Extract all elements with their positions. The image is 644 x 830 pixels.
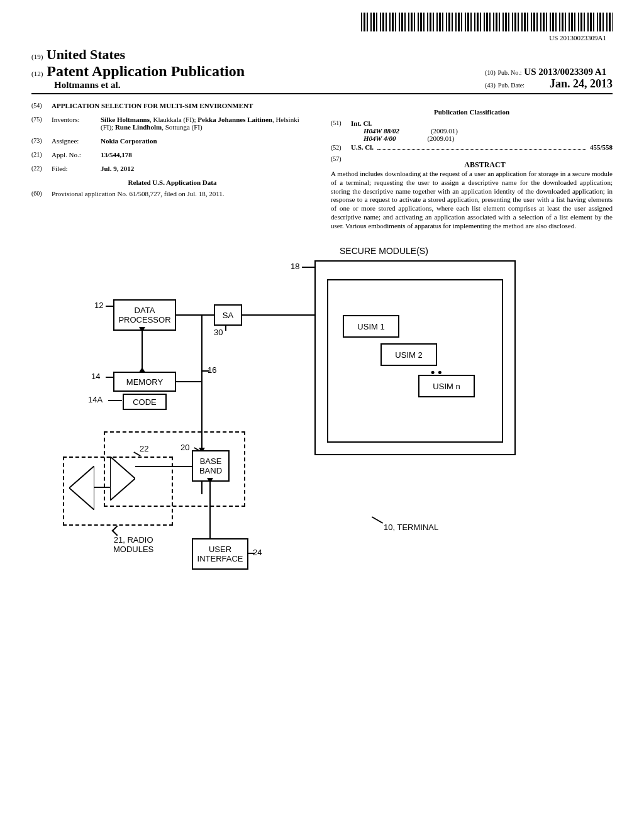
- ref-12: 12: [94, 301, 103, 310]
- assignee-value: Nokia Corporation: [101, 137, 313, 145]
- usim-1-box: USIM 1: [343, 315, 399, 338]
- memory-box: MEMORY: [113, 372, 176, 392]
- line-baseband-ui: [209, 482, 211, 538]
- barcode-text: US 20130023309A1: [31, 34, 606, 42]
- ref-16: 16: [208, 365, 216, 375]
- ref-24-leader: [248, 553, 255, 554]
- country-line: (19) United States: [31, 47, 245, 63]
- pubdate-code: (43): [485, 82, 496, 89]
- inventor-3-name: Rune Lindholm: [115, 123, 162, 131]
- code-box: CODE: [123, 394, 167, 410]
- inventor-1-name: Silke Holtmanns: [101, 116, 150, 123]
- uscl-dots: [377, 149, 586, 150]
- ref-21-leader: [112, 526, 123, 536]
- provisional-text: Provisional application No. 61/508,727, …: [52, 190, 313, 197]
- pubno-label: Pub. No.:: [498, 69, 522, 76]
- ref-21-radio: 21, RADIO MODULES: [113, 535, 153, 554]
- header-left: (19) United States (12) Patent Applicati…: [31, 47, 245, 91]
- filed-code: (22): [31, 165, 52, 172]
- figure: SECURE MODULE(S) 18 USIM 1 USIM 2 USIM n…: [31, 243, 613, 595]
- ref-30-leader: [225, 326, 226, 331]
- svg-marker-0: [110, 456, 135, 501]
- right-column: Publication Classification (51) Int. Cl.…: [331, 102, 613, 230]
- barcode-area: US 20130023309A1: [31, 13, 613, 42]
- line-antenna-link: [94, 487, 110, 488]
- header-row: (19) United States (12) Patent Applicati…: [31, 47, 613, 94]
- pub-type-code: (12): [31, 70, 43, 77]
- inventors-value: Silke Holtmanns, Klaukkala (FI); Pekka J…: [101, 116, 313, 131]
- filed-label: Filed:: [52, 165, 101, 172]
- pub-type-line: (12) Patent Application Publication: [31, 63, 245, 80]
- pubno-value: US 2013/0023309 A1: [524, 67, 606, 77]
- line-bus-baseband: [201, 431, 203, 449]
- pubdate-label: Pub. Date:: [498, 82, 525, 89]
- applno-code: (21): [31, 151, 52, 158]
- intcl-2-year: (2009.01): [396, 135, 454, 142]
- ref-12-leader: [106, 306, 113, 307]
- uscl-value: 455/558: [590, 143, 613, 151]
- terminal-leader: [372, 516, 383, 524]
- assignee-row: (73) Assignee: Nokia Corporation: [31, 137, 313, 145]
- classification-table: (51) Int. Cl. H04W 88/02 (2009.01) H04W …: [331, 119, 613, 152]
- ref-14-leader: [106, 377, 113, 378]
- assignee-code: (73): [31, 137, 52, 145]
- title-code: (54): [31, 102, 52, 109]
- uscl-code: (52): [331, 144, 351, 151]
- sa-box: SA: [214, 304, 242, 326]
- intcl-code: (51): [331, 119, 351, 127]
- ref-20: 20: [180, 443, 189, 452]
- ref-16-leader: [203, 370, 209, 372]
- line-proc-sa: [176, 314, 214, 316]
- intcl-1: H04W 88/02: [351, 127, 399, 135]
- user-interface-box: USER INTERFACE: [192, 538, 248, 570]
- ref-14a-leader: [108, 400, 122, 401]
- body-columns: (54) APPLICATION SELECTION FOR MULTI-SIM…: [31, 102, 613, 230]
- pubdate-value: Jan. 24, 2013: [550, 77, 613, 90]
- uscl-label: U.S. Cl.: [351, 143, 374, 151]
- pubclass-heading: Publication Classification: [331, 108, 613, 116]
- filed-row: (22) Filed: Jul. 9, 2012: [31, 165, 313, 172]
- terminal-label: 10, TERMINAL: [384, 523, 438, 532]
- intcl-2: H04W 4/00: [351, 135, 396, 142]
- provisional-row: (60) Provisional application No. 61/508,…: [31, 190, 313, 197]
- abstract-code: (57): [331, 155, 351, 170]
- provisional-code: (60): [31, 190, 52, 197]
- inventors-label: Inventors:: [52, 116, 101, 131]
- pub-type: Patent Application Publication: [47, 63, 245, 79]
- ref-30: 30: [214, 328, 223, 337]
- ref-22: 22: [140, 444, 148, 453]
- applno-label: Appl. No.:: [52, 151, 101, 158]
- ref-14a: 14A: [88, 395, 103, 404]
- ellipsis-dots: • •: [431, 366, 442, 379]
- related-heading: Related U.S. Application Data: [31, 179, 313, 186]
- secure-module-title: SECURE MODULE(S): [340, 246, 428, 256]
- abstract-text: A method includes downloading at the req…: [331, 170, 613, 230]
- applno-row: (21) Appl. No.: 13/544,178: [31, 151, 313, 158]
- data-processor-box: DATA PROCESSOR: [113, 299, 176, 331]
- pubno-line: (10) Pub. No.: US 2013/0023309 A1: [485, 67, 613, 77]
- antenna-tx-icon: [110, 456, 135, 501]
- line-proc-mem: [142, 331, 143, 368]
- title-row: (54) APPLICATION SELECTION FOR MULTI-SIM…: [31, 102, 313, 109]
- abstract-heading: ABSTRACT: [357, 160, 613, 170]
- country: United States: [47, 47, 125, 62]
- applno-value: 13/544,178: [101, 151, 313, 158]
- intcl-1-year: (2009.01): [399, 127, 458, 135]
- ref-18: 18: [291, 262, 299, 271]
- usim-2-box: USIM 2: [380, 343, 437, 366]
- ref-18-leader: [302, 267, 314, 268]
- patent-title: APPLICATION SELECTION FOR MULTI-SIM ENVI…: [52, 102, 313, 109]
- inventor-2-name: Pekka Johannes Laitinen: [197, 116, 272, 123]
- pubno-code: (10): [485, 69, 496, 76]
- assignee-label: Assignee:: [52, 137, 101, 145]
- barcode: [361, 13, 613, 31]
- line-sa-secure: [242, 314, 314, 316]
- inventor-3-loc: , Sottunga (FI): [162, 123, 202, 131]
- svg-marker-1: [69, 466, 94, 510]
- inventors-code: (75): [31, 116, 52, 131]
- authors-line: Holtmanns et al.: [31, 80, 245, 91]
- intcl-label: Int. Cl.: [351, 119, 426, 127]
- baseband-box: BASE BAND: [192, 450, 230, 482]
- country-code: (19): [31, 53, 43, 60]
- inventors-row: (75) Inventors: Silke Holtmanns, Klaukka…: [31, 116, 313, 131]
